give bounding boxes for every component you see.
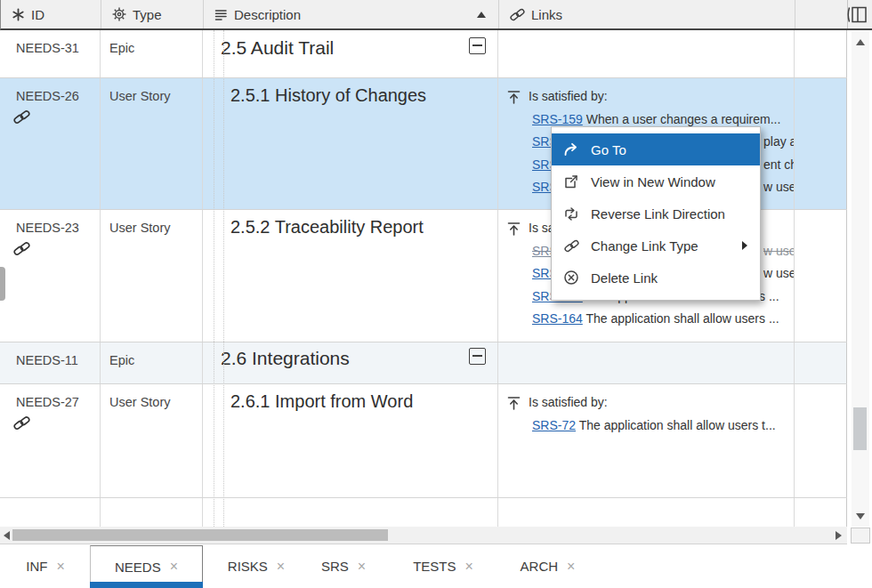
row-type: User Story bbox=[109, 89, 171, 103]
incoming-link-direction-icon bbox=[507, 222, 521, 239]
table-row[interactable]: NEEDS-31 Epic 2.5 Audit Trail bbox=[0, 30, 847, 78]
scroll-left-icon[interactable] bbox=[4, 531, 10, 540]
menu-item-label: Delete Link bbox=[591, 270, 742, 286]
pane-splitter-handle[interactable] bbox=[0, 267, 5, 301]
column-header-stub bbox=[795, 0, 848, 28]
new-window-icon bbox=[563, 174, 579, 189]
tab-arch[interactable]: ARCH × bbox=[505, 544, 590, 588]
scrollbar-corner bbox=[851, 528, 870, 544]
go-to-icon bbox=[563, 142, 580, 157]
submenu-arrow-icon bbox=[742, 241, 747, 250]
link-icon bbox=[564, 238, 579, 254]
tab-needs-active[interactable]: NEEDS × bbox=[90, 545, 203, 587]
menu-item-change-link-type[interactable]: Change Link Type bbox=[552, 230, 760, 262]
column-header-description[interactable]: Description bbox=[204, 0, 499, 28]
column-label-description: Description bbox=[234, 7, 301, 22]
vertical-scroll-thumb[interactable] bbox=[853, 407, 867, 450]
horizontal-scrollbar[interactable] bbox=[0, 527, 847, 544]
collapse-section-icon[interactable] bbox=[469, 37, 486, 54]
link-text-tail: w users ... bbox=[763, 176, 794, 199]
links-label: Is satisfied by: bbox=[529, 391, 794, 415]
scroll-down-icon[interactable] bbox=[856, 513, 865, 520]
row-id: NEEDS-11 bbox=[16, 353, 78, 367]
link-item: SRS-164 The application shall allow user… bbox=[532, 308, 794, 331]
row-id: NEEDS-23 bbox=[16, 221, 79, 235]
menu-item-label: Reverse Link Direction bbox=[591, 206, 742, 222]
row-id: NEEDS-26 bbox=[16, 89, 79, 103]
row-type: Epic bbox=[109, 353, 134, 367]
document-tab-bar: INF × NEEDS × RISKS × SRS × TESTS × ARCH… bbox=[0, 544, 872, 588]
link-id[interactable]: SRS-164 bbox=[532, 311, 583, 326]
row-id: NEEDS-27 bbox=[16, 395, 79, 409]
has-links-icon bbox=[13, 240, 30, 261]
link-text-tail: w users t... bbox=[763, 240, 794, 263]
menu-item-delete-link[interactable]: Delete Link bbox=[552, 262, 760, 294]
tab-inf[interactable]: INF × bbox=[11, 544, 80, 588]
column-label-id: ID bbox=[31, 7, 44, 22]
tab-label: INF bbox=[26, 559, 47, 574]
tab-srs[interactable]: SRS × bbox=[311, 544, 375, 588]
asterisk-id-icon bbox=[12, 8, 25, 21]
vertical-scrollbar[interactable] bbox=[852, 32, 869, 527]
tab-label: ARCH bbox=[521, 559, 559, 574]
row-title: 2.5 Audit Trail bbox=[221, 37, 334, 59]
has-links-icon bbox=[13, 415, 30, 435]
link-item: SRS-72 The application shall allow users… bbox=[532, 415, 794, 438]
close-icon[interactable]: × bbox=[358, 559, 366, 575]
menu-item-reverse-link-direction[interactable]: Reverse Link Direction bbox=[552, 197, 760, 230]
link-text: The application shall allow users ... bbox=[585, 311, 779, 326]
row-title: 2.5.2 Traceability Report bbox=[230, 217, 424, 238]
column-label-type: Type bbox=[133, 7, 162, 22]
incoming-link-direction-icon bbox=[507, 90, 521, 108]
horizontal-scroll-thumb[interactable] bbox=[12, 529, 388, 541]
row-title: 2.6 Integrations bbox=[221, 348, 350, 369]
tab-risks[interactable]: RISKS × bbox=[216, 544, 296, 588]
table-row[interactable]: NEEDS-27 User Story 2.6.1 Import from Wo… bbox=[0, 384, 847, 498]
link-text-tail: w users t... bbox=[763, 262, 794, 286]
menu-item-label: View in New Window bbox=[591, 174, 742, 189]
table-row[interactable]: NEEDS-11 Epic 2.6 Integrations bbox=[0, 342, 847, 384]
close-icon[interactable]: × bbox=[170, 559, 178, 575]
delete-circle-icon bbox=[563, 270, 579, 286]
columns-panel-icon[interactable] bbox=[845, 5, 868, 28]
menu-item-go-to[interactable]: Go To bbox=[552, 133, 760, 165]
text-lines-icon bbox=[214, 8, 228, 21]
link-text: The application shall allow users t... bbox=[579, 418, 776, 432]
column-header-links[interactable]: Links bbox=[499, 0, 795, 28]
links-label: Is satisfied by: bbox=[529, 85, 794, 109]
column-header-id[interactable]: ID bbox=[1, 0, 101, 28]
link-text: When a user changes a requirem... bbox=[586, 112, 781, 126]
close-icon[interactable]: × bbox=[56, 559, 64, 575]
menu-item-view-in-new-window[interactable]: View in New Window bbox=[552, 165, 760, 197]
incoming-link-direction-icon bbox=[507, 396, 521, 414]
tab-label: RISKS bbox=[228, 559, 268, 574]
has-links-icon bbox=[13, 109, 30, 129]
scroll-right-icon[interactable] bbox=[836, 531, 842, 540]
scroll-up-icon[interactable] bbox=[856, 39, 865, 45]
column-header-type[interactable]: Type bbox=[101, 0, 204, 28]
row-type: User Story bbox=[109, 221, 171, 235]
link-id[interactable]: SRS-159 bbox=[532, 112, 583, 126]
tab-label: NEEDS bbox=[115, 560, 161, 575]
row-id: NEEDS-31 bbox=[16, 41, 79, 55]
close-icon[interactable]: × bbox=[277, 559, 285, 575]
row-title: 2.6.1 Import from Word bbox=[230, 391, 413, 412]
link-text-tail: play all c... bbox=[763, 131, 794, 154]
empty-row-filler bbox=[0, 498, 847, 527]
tab-tests[interactable]: TESTS × bbox=[402, 544, 484, 588]
menu-item-label: Go To bbox=[591, 142, 742, 157]
close-icon[interactable]: × bbox=[465, 559, 473, 575]
table-header: ID Type bbox=[0, 0, 872, 30]
collapse-section-icon[interactable] bbox=[469, 348, 486, 365]
reverse-direction-icon bbox=[563, 206, 579, 222]
gear-icon bbox=[112, 7, 126, 21]
link-text-tail: ent cha... bbox=[763, 154, 794, 177]
app-window: ID Type bbox=[0, 0, 872, 588]
row-title: 2.5.1 History of Changes bbox=[230, 85, 426, 106]
link-icon bbox=[510, 7, 525, 22]
row-type: Epic bbox=[109, 41, 134, 55]
close-icon[interactable]: × bbox=[567, 559, 575, 575]
link-id[interactable]: SRS-72 bbox=[532, 418, 576, 432]
tab-label: TESTS bbox=[413, 559, 456, 574]
sort-ascending-icon[interactable] bbox=[477, 12, 486, 18]
